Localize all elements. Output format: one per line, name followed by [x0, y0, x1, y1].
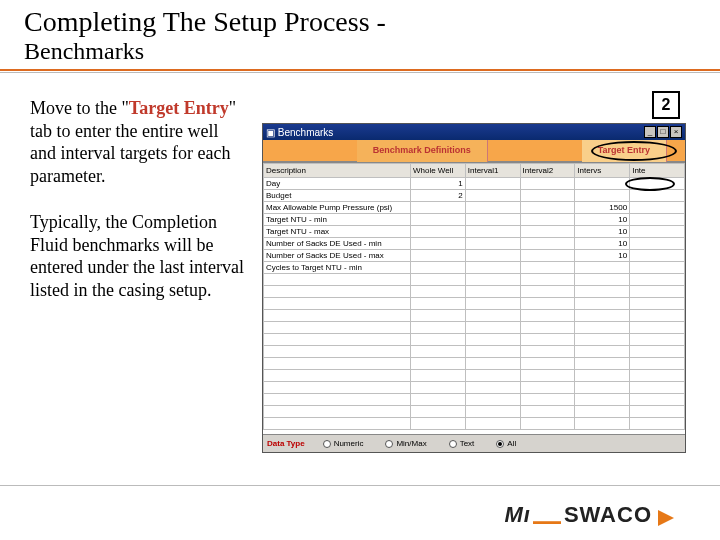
column-header[interactable]: Whole Well — [410, 164, 465, 178]
table-row[interactable] — [264, 418, 685, 430]
minimize-icon[interactable]: _ — [644, 126, 656, 138]
body-text: Move to the "Target Entry" tab to enter … — [30, 97, 248, 453]
table-row[interactable] — [264, 394, 685, 406]
table-row[interactable] — [264, 298, 685, 310]
slide-title: Completing The Setup Process - — [24, 6, 720, 38]
benchmarks-window: ▣ Benchmarks _ □ × Benchmark Definitions… — [262, 123, 686, 453]
table-row[interactable]: Day1 — [264, 178, 685, 190]
slide-subtitle: Benchmarks — [24, 38, 720, 65]
table-row[interactable]: Budget2 — [264, 190, 685, 202]
column-header[interactable]: Interval2 — [520, 164, 575, 178]
column-header[interactable]: Interval1 — [465, 164, 520, 178]
logo-arrow-icon — [658, 510, 674, 526]
column-header[interactable]: Intervs — [575, 164, 630, 178]
radio-all[interactable]: All — [496, 439, 516, 448]
table-row[interactable] — [264, 322, 685, 334]
table-row[interactable] — [264, 358, 685, 370]
p2: Typically, the Completion Fluid benchmar… — [30, 211, 248, 301]
maximize-icon[interactable]: □ — [657, 126, 669, 138]
accent-rule — [0, 69, 720, 71]
tab-bar: Benchmark Definitions Target Entry — [263, 140, 685, 162]
table-row[interactable]: Max Allowable Pump Pressure (psi)1500 — [264, 202, 685, 214]
tab-benchmark-definitions[interactable]: Benchmark Definitions — [357, 140, 488, 162]
table-row[interactable]: Number of Sacks DE Used - max10 — [264, 250, 685, 262]
table-row[interactable]: Target NTU - min10 — [264, 214, 685, 226]
table-row[interactable] — [264, 274, 685, 286]
p1-pre: Move to the " — [30, 98, 129, 118]
close-icon[interactable]: × — [670, 126, 682, 138]
column-header[interactable]: Inte — [630, 164, 685, 178]
table-row[interactable] — [264, 406, 685, 418]
data-type-bar: Data Type NumericMin/MaxTextAll — [263, 434, 685, 452]
table-row[interactable]: Number of Sacks DE Used - min10 — [264, 238, 685, 250]
table-row[interactable] — [264, 334, 685, 346]
p1-accent: Target Entry — [129, 98, 229, 118]
table-row[interactable] — [264, 286, 685, 298]
data-grid[interactable]: DescriptionWhole WellInterval1Interval2I… — [263, 162, 685, 434]
table-row[interactable]: Target NTU - max10 — [264, 226, 685, 238]
step-badge: 2 — [652, 91, 680, 119]
tab-target-entry[interactable]: Target Entry — [582, 140, 667, 162]
window-title: ▣ Benchmarks — [266, 127, 333, 138]
radio-text[interactable]: Text — [449, 439, 475, 448]
table-row[interactable] — [264, 310, 685, 322]
table-row[interactable]: Cycles to Target NTU - min — [264, 262, 685, 274]
table-row[interactable] — [264, 346, 685, 358]
table-row[interactable] — [264, 382, 685, 394]
data-type-label: Data Type — [267, 439, 305, 448]
miswaco-logo: Mı—SWACO — [504, 502, 674, 528]
radio-minmax[interactable]: Min/Max — [385, 439, 426, 448]
table-row[interactable] — [264, 370, 685, 382]
footer-rule — [0, 485, 720, 486]
radio-numeric[interactable]: Numeric — [323, 439, 364, 448]
column-header[interactable]: Description — [264, 164, 411, 178]
